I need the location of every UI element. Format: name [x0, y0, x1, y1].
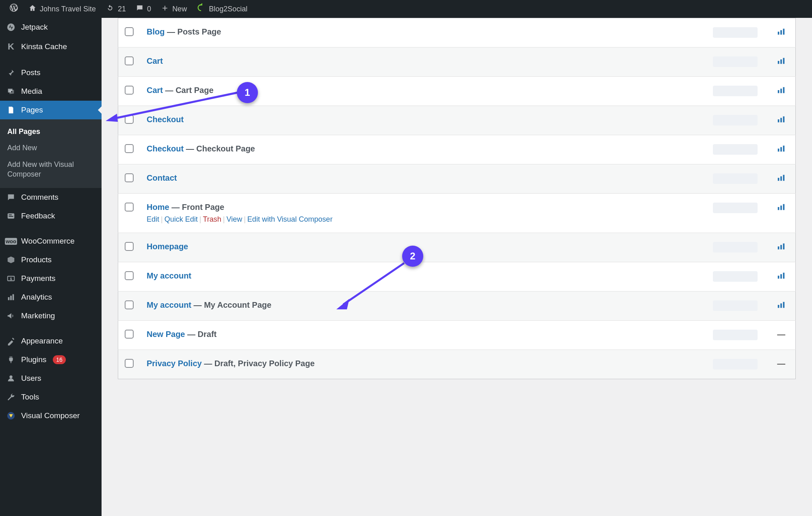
sidebar-item-appearance[interactable]: Appearance: [0, 332, 102, 350]
row-select-checkbox[interactable]: [125, 27, 134, 36]
svg-rect-19: [778, 90, 780, 93]
stats-icon[interactable]: [776, 146, 786, 155]
submenu-add-new-vc[interactable]: Add New with Visual Composer: [0, 156, 102, 183]
row-action-edit[interactable]: Edit: [147, 215, 159, 223]
svg-rect-7: [8, 297, 10, 300]
users-icon: [6, 374, 16, 383]
submenu-all-pages[interactable]: All Pages: [0, 123, 102, 140]
wp-logo-menu[interactable]: [4, 0, 24, 18]
new-label: New: [172, 5, 187, 13]
svg-rect-37: [778, 276, 780, 279]
svg-rect-34: [778, 246, 780, 249]
annotation-arrow-1: [102, 81, 248, 130]
author-placeholder: [713, 144, 758, 155]
svg-marker-46: [336, 299, 349, 309]
svg-point-11: [9, 376, 12, 378]
svg-point-0: [7, 24, 15, 31]
plugins-update-badge: 16: [53, 355, 66, 364]
sidebar-item-label: Marketing: [21, 311, 55, 320]
sidebar-item-label: Visual Composer: [21, 411, 80, 420]
stats-icon[interactable]: [776, 29, 786, 38]
stats-icon[interactable]: [776, 204, 786, 213]
sidebar-item-products[interactable]: Products: [0, 250, 102, 269]
comments-count: 0: [147, 5, 151, 13]
row-select-checkbox[interactable]: [125, 173, 134, 182]
sidebar-item-users[interactable]: Users: [0, 369, 102, 388]
new-content-menu[interactable]: New: [156, 0, 192, 18]
svg-text:$: $: [10, 277, 12, 281]
row-action-quick-edit[interactable]: Quick Edit: [165, 215, 198, 223]
row-select-checkbox[interactable]: [125, 144, 134, 153]
sidebar-item-woocommerce[interactable]: woo WooCommerce: [0, 232, 102, 250]
page-title-link[interactable]: Checkout: [147, 144, 184, 153]
row-select-checkbox[interactable]: [125, 359, 134, 368]
svg-rect-42: [783, 302, 785, 308]
author-placeholder: [713, 56, 758, 67]
submenu-add-new[interactable]: Add New: [0, 140, 102, 156]
svg-rect-18: [783, 58, 785, 64]
sidebar-item-label: Posts: [21, 68, 41, 77]
updates-menu[interactable]: 21: [101, 0, 131, 18]
page-title-link[interactable]: Privacy Policy: [147, 359, 202, 368]
comments-menu[interactable]: 0: [131, 0, 156, 18]
row-action-trash[interactable]: Trash: [203, 215, 221, 223]
sidebar-item-label: Analytics: [21, 293, 52, 302]
sidebar-item-payments[interactable]: $ Payments: [0, 269, 102, 288]
table-row: Homepage: [118, 233, 796, 262]
page-title-link[interactable]: Blog: [147, 27, 165, 36]
row-select-checkbox[interactable]: [125, 203, 134, 212]
stats-icon[interactable]: [776, 244, 786, 253]
stats-icon[interactable]: [776, 117, 786, 125]
row-select-checkbox[interactable]: [125, 300, 134, 309]
sidebar-item-tools[interactable]: Tools: [0, 388, 102, 406]
stats-icon[interactable]: [776, 87, 786, 96]
table-row: Cart: [118, 47, 796, 77]
sidebar-item-pages[interactable]: Pages: [0, 101, 102, 119]
admin-sidebar: Jetpack K Kinsta Cache Posts Media Pages…: [0, 18, 102, 516]
table-row: Blog — Posts Page: [118, 18, 796, 47]
sidebar-item-jetpack[interactable]: Jetpack: [0, 18, 102, 37]
svg-line-43: [114, 93, 238, 119]
sidebar-item-comments[interactable]: Comments: [0, 188, 102, 207]
stats-icon[interactable]: [776, 58, 786, 67]
svg-point-1: [11, 91, 13, 93]
row-action-edit-visual-composer[interactable]: Edit with Visual Composer: [247, 215, 333, 223]
table-row: Privacy Policy — Draft, Privacy Policy P…: [118, 350, 796, 379]
sidebar-item-feedback[interactable]: Feedback: [0, 207, 102, 225]
sidebar-item-plugins[interactable]: Plugins 16: [0, 350, 102, 369]
stats-icon[interactable]: [776, 273, 786, 282]
svg-rect-20: [780, 89, 782, 93]
page-title-link[interactable]: Contact: [147, 173, 177, 182]
stats-icon[interactable]: [776, 302, 786, 311]
media-icon: [6, 87, 16, 96]
sidebar-item-label: Pages: [21, 106, 43, 114]
sidebar-item-label: Jetpack: [21, 23, 48, 32]
page-title-link[interactable]: My account: [147, 271, 191, 280]
sidebar-item-marketing[interactable]: Marketing: [0, 307, 102, 325]
row-select-checkbox[interactable]: [125, 56, 134, 65]
sidebar-item-analytics[interactable]: Analytics: [0, 288, 102, 307]
blog2social-menu[interactable]: Blog2Social: [192, 0, 252, 18]
page-title-link[interactable]: Homepage: [147, 242, 188, 251]
row-select-checkbox[interactable]: [125, 330, 134, 339]
annotation-badge-2: 2: [402, 246, 423, 267]
page-title-link[interactable]: New Page: [147, 330, 185, 339]
blog2social-label: Blog2Social: [209, 5, 247, 13]
page-title-link[interactable]: Cart: [147, 56, 163, 65]
svg-rect-29: [780, 176, 782, 181]
sidebar-item-media[interactable]: Media: [0, 82, 102, 101]
site-name-menu[interactable]: Johns Travel Site: [24, 0, 101, 18]
sidebar-item-visual-composer[interactable]: Visual Composer: [0, 406, 102, 425]
row-action-view[interactable]: View: [226, 215, 242, 223]
sidebar-item-posts[interactable]: Posts: [0, 63, 102, 82]
pages-table: Blog — Posts PageCartCart — Cart PageChe…: [118, 18, 796, 379]
stats-icon[interactable]: [776, 175, 786, 184]
row-select-checkbox[interactable]: [125, 271, 134, 280]
page-title-link[interactable]: Home: [147, 203, 169, 212]
author-placeholder: [713, 330, 758, 340]
sidebar-item-kinsta-cache[interactable]: K Kinsta Cache: [0, 37, 102, 57]
row-select-checkbox[interactable]: [125, 242, 134, 251]
svg-rect-3: [9, 215, 12, 216]
page-title-link[interactable]: My account: [147, 300, 191, 309]
svg-rect-32: [780, 205, 782, 210]
